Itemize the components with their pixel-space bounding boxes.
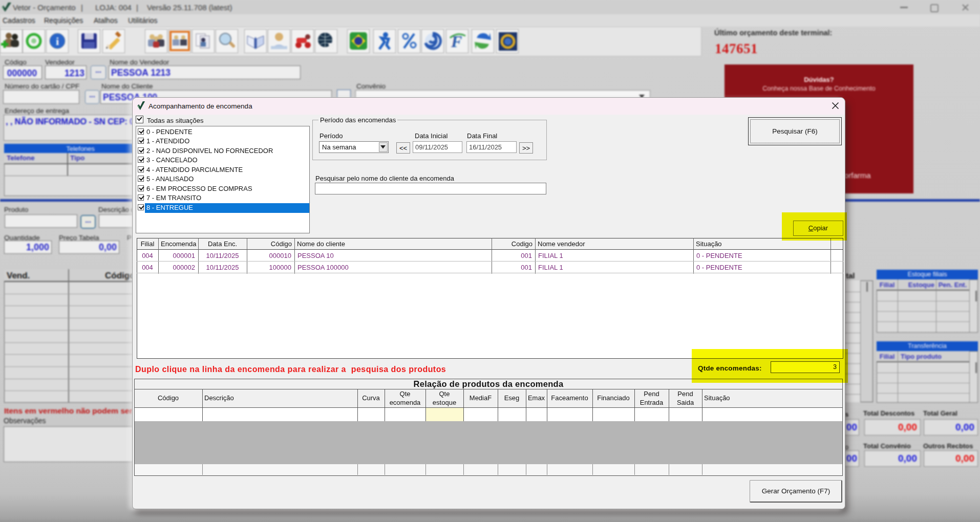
- svg-text:i: i: [56, 35, 59, 48]
